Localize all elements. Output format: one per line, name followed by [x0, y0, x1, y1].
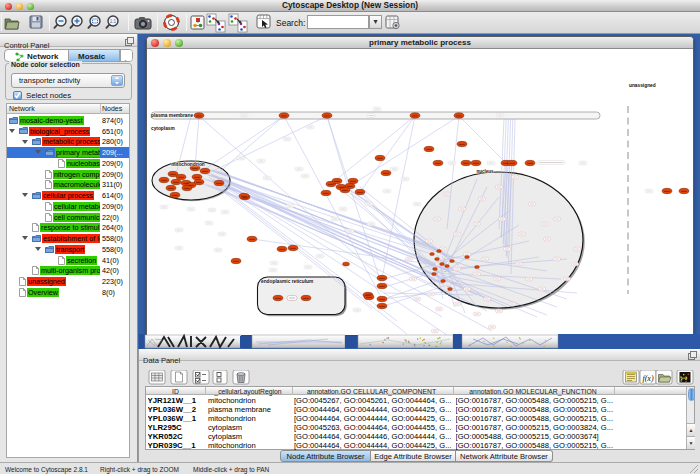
- svg-text:cytoplasm: cytoplasm: [151, 126, 175, 131]
- svg-text:endoplasmic reticulum: endoplasmic reticulum: [261, 279, 313, 284]
- svg-text:unassigned: unassigned: [629, 83, 656, 88]
- svg-text:f(x): f(x): [642, 374, 653, 383]
- svg-text:plasma membrane: plasma membrane: [151, 113, 193, 118]
- svg-text:1:1: 1:1: [110, 19, 117, 24]
- svg-text:nucleus: nucleus: [476, 169, 494, 174]
- svg-text:mitochondrion: mitochondrion: [171, 162, 205, 167]
